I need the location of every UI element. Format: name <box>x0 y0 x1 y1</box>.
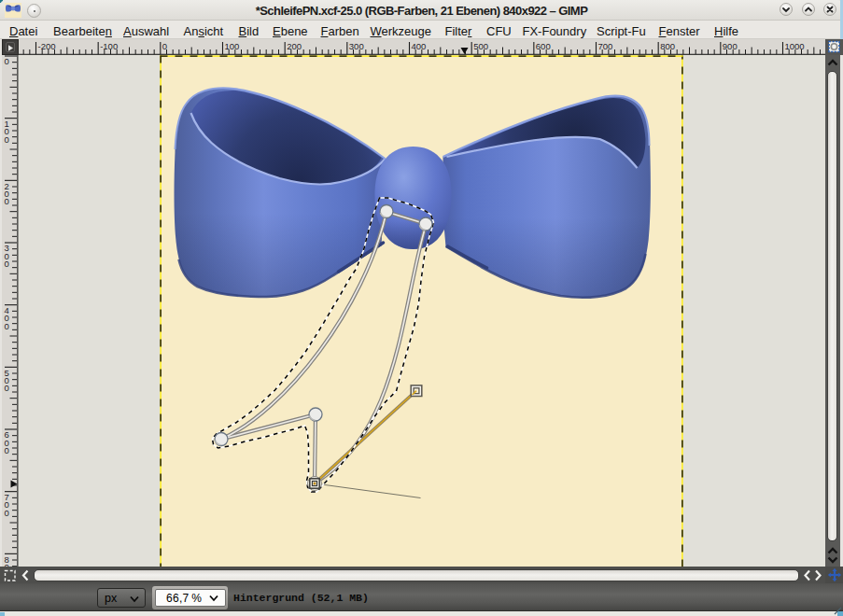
svg-text:0: 0 <box>162 41 166 51</box>
svg-text:0: 0 <box>5 445 9 455</box>
svg-text:0: 0 <box>5 383 9 393</box>
svg-text:800: 800 <box>660 41 675 51</box>
svg-text:0: 0 <box>5 508 9 518</box>
svg-text:300: 300 <box>348 41 363 51</box>
svg-text:900: 900 <box>722 41 737 51</box>
svg-text:400: 400 <box>411 41 426 51</box>
svg-text:500: 500 <box>473 41 488 51</box>
svg-text:0: 0 <box>5 196 9 206</box>
svg-text:0: 0 <box>5 56 9 66</box>
svg-text:-200: -200 <box>37 41 55 51</box>
svg-text:200: 200 <box>287 41 302 51</box>
svg-text:0: 0 <box>5 321 9 331</box>
svg-text:600: 600 <box>535 41 550 51</box>
svg-text:0: 0 <box>5 134 9 145</box>
svg-text:700: 700 <box>597 41 612 51</box>
svg-text:0: 0 <box>5 259 9 269</box>
svg-text:1000: 1000 <box>784 41 804 51</box>
svg-text:-100: -100 <box>100 41 118 51</box>
svg-text:100: 100 <box>224 41 239 51</box>
